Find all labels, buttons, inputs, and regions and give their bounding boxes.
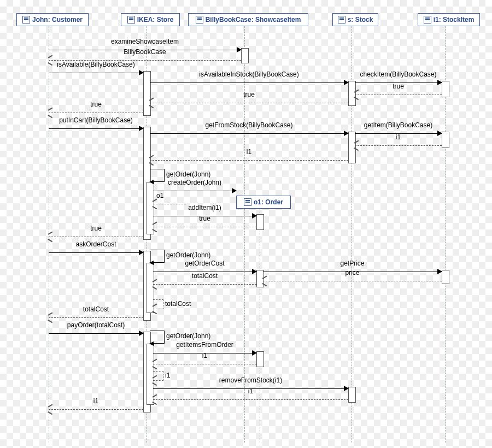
msg-ret-true-3: true — [49, 109, 143, 116]
participant-stock: s: Stock — [332, 13, 378, 26]
activation — [256, 351, 264, 367]
activation — [348, 387, 356, 403]
msg-ret-i1-2: i1 — [150, 156, 348, 164]
participant-label: BillyBookCase: ShowcaseItem — [206, 16, 301, 23]
participant-ikea: IKEA: Store — [121, 13, 180, 26]
object-icon — [196, 16, 203, 23]
msg-ret-true-1: true — [355, 91, 442, 98]
sequence-diagram: John: Customer IKEA: Store BillyBookCase… — [0, 0, 492, 448]
msg-getFromStock: getFromStock(BillyBookCase) — [150, 129, 348, 137]
participant-john: John: Customer — [16, 13, 89, 26]
msg-ret-true-2: true — [150, 99, 348, 107]
msg-ret-i1-4: i1 — [153, 396, 348, 403]
object-icon — [22, 16, 30, 23]
participant-billy: BillyBookCase: ShowcaseItem — [188, 13, 308, 26]
msg-putInCart: putInCart(BillyBookCase) — [49, 125, 143, 132]
msg-ret-i1-1: i1 — [355, 142, 442, 149]
msg-payOrder: payOrder(totalCost) — [49, 329, 143, 337]
activation — [241, 48, 249, 63]
msg-ret-i1-3: i1 — [153, 360, 256, 368]
participant-item: i1: StockItem — [418, 13, 480, 26]
msg-isAvailableInStock: isAvailableInStock(BillyBookCase) — [150, 79, 348, 86]
activation — [256, 214, 264, 230]
activation — [442, 132, 449, 148]
msg-ret-totalCost-2: totalCost — [49, 314, 143, 321]
object-icon — [338, 16, 345, 23]
participant-label: IKEA: Store — [137, 16, 174, 23]
activation — [442, 81, 449, 97]
object-icon — [424, 16, 431, 23]
msg-ret-price: price — [263, 277, 442, 285]
msg-ret-true-5: true — [49, 233, 143, 240]
lifeline-order — [260, 209, 260, 443]
object-icon — [244, 198, 251, 206]
msg-isAvailable: isAvailable(BillyBookCase) — [49, 69, 143, 76]
msg-askOrderCost: askOrderCost — [49, 249, 143, 256]
participant-order: o1: Order — [236, 196, 291, 209]
participant-label: s: Stock — [348, 16, 373, 23]
msg-ret-totalCost-1: totalCost — [153, 280, 256, 288]
activation — [442, 270, 449, 284]
msg-ret-i1-5: i1 — [49, 405, 143, 413]
msg-ret-totalCost-self: totalCost — [153, 299, 163, 309]
participant-label: John: Customer — [32, 16, 83, 23]
participant-label: i1: StockItem — [434, 16, 475, 23]
object-icon — [127, 16, 135, 23]
participant-label: o1: Order — [254, 198, 283, 206]
msg-ret-true-4: true — [153, 223, 256, 231]
